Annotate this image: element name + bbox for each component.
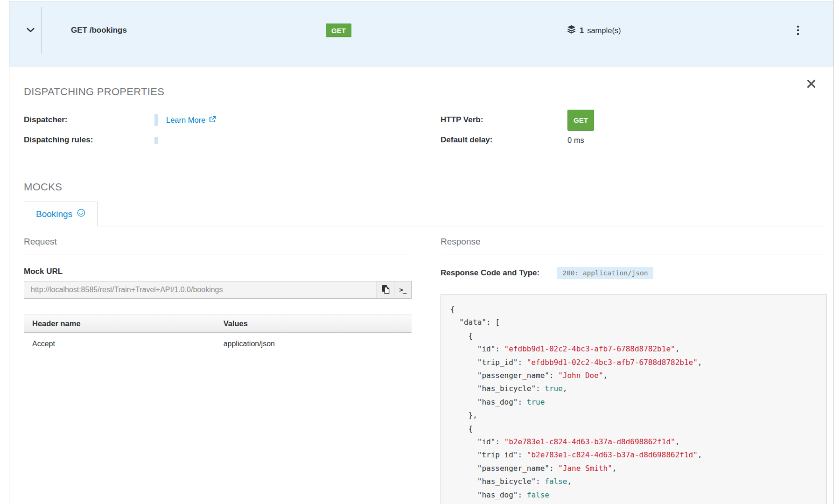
code-line: "id": "b2e783e1-c824-4d63-b37a-d8d698862… <box>450 435 822 448</box>
response-heading: Response <box>441 237 827 254</box>
tab-bookings[interactable]: Bookings <box>24 202 98 226</box>
terminal-icon: >_ <box>399 286 406 294</box>
code-line: "has_dog": false <box>450 489 822 502</box>
response-body-json: { "data": [ { "id": "efdbb9d1-02c2-4bc3-… <box>450 303 822 502</box>
tab-bookings-label: Bookings <box>36 209 72 219</box>
table-header-row: Header name Values <box>24 315 412 333</box>
operation-panel: GET /bookings GET 1 sample(s) DISPATCHIN… <box>9 0 834 504</box>
collapse-toggle-button[interactable] <box>22 23 38 37</box>
code-line: { <box>450 422 822 435</box>
layers-stack-icon <box>567 25 576 36</box>
code-line: "has_bicycle": false, <box>450 475 822 488</box>
mock-url-input[interactable] <box>24 281 377 299</box>
dispatching-rules-value-placeholder <box>154 137 158 144</box>
column-header-values: Values <box>215 315 412 333</box>
kebab-menu-icon <box>797 26 799 35</box>
response-code-badge: 200: application/json <box>557 267 653 279</box>
mocks-section-title: MOCKS <box>24 181 827 193</box>
request-column: Request Mock URL >_ <box>24 237 412 504</box>
mocks-tabbar: Bookings <box>24 202 827 226</box>
operation-detail: DISPATCHING PROPERTIES Dispatcher: Learn… <box>9 67 833 504</box>
request-response-columns: Request Mock URL >_ <box>24 237 827 504</box>
operation-title: GET /bookings <box>71 26 127 35</box>
copy-icon <box>382 285 390 295</box>
http-verb-badge: GET <box>567 110 594 131</box>
dispatcher-row: Dispatcher: Learn More <box>24 109 441 131</box>
code-line: "trip_id": "efdbb9d1-02c2-4bc3-afb7-6788… <box>450 356 822 369</box>
mock-url-label: Mock URL <box>24 267 412 276</box>
response-column: Response Response Code and Type: 200: ap… <box>441 237 827 504</box>
operation-header: GET /bookings GET 1 sample(s) <box>9 1 833 67</box>
code-line: { <box>450 303 822 316</box>
table-row: Acceptapplication/json <box>24 333 412 355</box>
samples-indicator: 1 sample(s) <box>567 25 621 36</box>
dispatching-properties: Dispatcher: Learn More <box>24 109 827 149</box>
test-in-terminal-button[interactable]: >_ <box>394 281 412 299</box>
code-line: }, <box>450 409 822 422</box>
samples-label: sample(s) <box>587 26 621 35</box>
column-header-name: Header name <box>24 315 215 333</box>
mock-url-group: >_ <box>24 281 412 299</box>
table-cell: application/json <box>215 333 412 355</box>
external-link-icon <box>209 116 216 125</box>
dispatcher-value-placeholder <box>154 114 158 126</box>
dispatching-right-column: HTTP Verb: GET Default delay: 0 ms <box>441 109 827 149</box>
header-divider <box>41 7 42 54</box>
close-button[interactable] <box>805 77 818 91</box>
code-line: "id": "efdbb9d1-02c2-4bc3-afb7-6788d8782… <box>450 343 822 356</box>
smiley-icon <box>77 209 85 219</box>
close-icon <box>805 84 818 91</box>
method-badge: GET <box>326 24 351 37</box>
response-body-code: { "data": [ { "id": "efdbb9d1-02c2-4bc3-… <box>441 294 827 504</box>
samples-count: 1 <box>580 26 584 35</box>
code-line: "data": [ <box>450 316 822 329</box>
dispatching-left-column: Dispatcher: Learn More <box>24 109 441 149</box>
copy-url-button[interactable] <box>377 281 394 299</box>
kebab-menu-button[interactable] <box>794 24 802 37</box>
dispatcher-label: Dispatcher: <box>24 115 154 125</box>
code-line: "passenger_name": "Jane Smith", <box>450 462 822 475</box>
dispatching-rules-label: Dispatching rules: <box>24 135 154 145</box>
code-line: "has_dog": true <box>450 396 822 409</box>
default-delay-row: Default delay: 0 ms <box>441 131 827 149</box>
default-delay-label: Default delay: <box>441 135 567 145</box>
request-heading: Request <box>24 237 412 254</box>
request-headers-table: Header name Values Acceptapplication/jso… <box>24 315 412 355</box>
dispatching-properties-title: DISPATCHING PROPERTIES <box>24 67 827 98</box>
code-line: { <box>450 329 822 343</box>
learn-more-link[interactable]: Learn More <box>166 116 216 125</box>
dispatching-rules-row: Dispatching rules: <box>24 131 441 149</box>
default-delay-value: 0 ms <box>567 136 584 145</box>
table-cell: Accept <box>24 333 215 355</box>
response-code-label: Response Code and Type: <box>441 268 539 278</box>
chevron-down-icon <box>26 27 35 34</box>
http-verb-row: HTTP Verb: GET <box>441 109 827 131</box>
code-line: "trip_id": "b2e783e1-c824-4d63-b37a-d8d6… <box>450 448 822 462</box>
http-verb-label: HTTP Verb: <box>441 115 567 125</box>
learn-more-label: Learn More <box>166 116 205 125</box>
code-line: "has_bicycle": true, <box>450 382 822 395</box>
response-code-row: Response Code and Type: 200: application… <box>441 267 827 279</box>
code-line: "passenger_name": "John Doe", <box>450 369 822 382</box>
